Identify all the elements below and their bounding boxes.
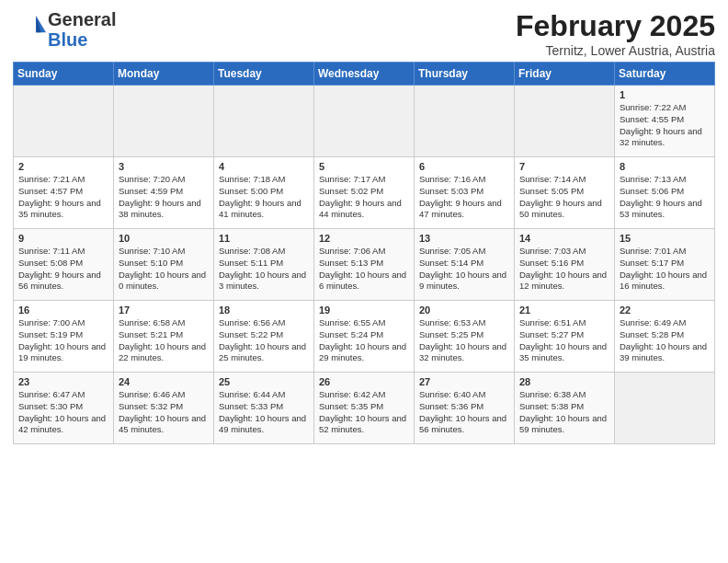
- calendar-week-row: 1Sunrise: 7:22 AM Sunset: 4:55 PM Daylig…: [14, 86, 715, 157]
- day-info: Sunrise: 6:47 AM Sunset: 5:30 PM Dayligh…: [18, 389, 108, 436]
- day-info: Sunrise: 6:56 AM Sunset: 5:22 PM Dayligh…: [219, 317, 309, 364]
- day-number: 21: [519, 304, 609, 316]
- day-info: Sunrise: 7:14 AM Sunset: 5:05 PM Dayligh…: [519, 174, 609, 221]
- day-info: Sunrise: 6:42 AM Sunset: 5:35 PM Dayligh…: [319, 389, 409, 436]
- day-info: Sunrise: 7:10 AM Sunset: 5:10 PM Dayligh…: [119, 246, 209, 293]
- calendar-cell: 25Sunrise: 6:44 AM Sunset: 5:33 PM Dayli…: [214, 373, 314, 444]
- day-number: 14: [519, 233, 609, 244]
- day-info: Sunrise: 6:51 AM Sunset: 5:27 PM Dayligh…: [519, 317, 609, 364]
- day-number: 28: [519, 376, 609, 387]
- calendar-table: SundayMondayTuesdayWednesdayThursdayFrid…: [13, 62, 715, 444]
- calendar-cell: 9Sunrise: 7:11 AM Sunset: 5:08 PM Daylig…: [14, 229, 114, 301]
- day-info: Sunrise: 7:03 AM Sunset: 5:16 PM Dayligh…: [519, 246, 609, 293]
- day-info: Sunrise: 6:46 AM Sunset: 5:32 PM Dayligh…: [119, 389, 209, 436]
- calendar-cell: 23Sunrise: 6:47 AM Sunset: 5:30 PM Dayli…: [14, 373, 114, 444]
- weekday-header: Saturday: [615, 63, 715, 86]
- day-number: 3: [119, 161, 209, 172]
- calendar-cell: 15Sunrise: 7:01 AM Sunset: 5:17 PM Dayli…: [615, 229, 715, 301]
- logo-blue: Blue: [48, 29, 116, 50]
- day-number: 26: [319, 376, 409, 387]
- day-number: 8: [620, 161, 710, 172]
- calendar-cell: 8Sunrise: 7:13 AM Sunset: 5:06 PM Daylig…: [615, 157, 715, 229]
- calendar-cell: 5Sunrise: 7:17 AM Sunset: 5:02 PM Daylig…: [314, 157, 415, 229]
- day-number: 23: [18, 376, 108, 387]
- calendar-week-row: 2Sunrise: 7:21 AM Sunset: 4:57 PM Daylig…: [14, 157, 715, 229]
- day-number: 10: [119, 233, 209, 244]
- calendar-cell: 24Sunrise: 6:46 AM Sunset: 5:32 PM Dayli…: [114, 373, 214, 444]
- calendar-week-row: 9Sunrise: 7:11 AM Sunset: 5:08 PM Daylig…: [14, 229, 715, 301]
- day-number: 16: [18, 304, 108, 316]
- calendar-cell: 12Sunrise: 7:06 AM Sunset: 5:13 PM Dayli…: [314, 229, 415, 301]
- day-info: Sunrise: 7:22 AM Sunset: 4:55 PM Dayligh…: [620, 102, 710, 149]
- calendar-header: SundayMondayTuesdayWednesdayThursdayFrid…: [14, 63, 715, 86]
- calendar-cell: 6Sunrise: 7:16 AM Sunset: 5:03 PM Daylig…: [415, 157, 515, 229]
- day-info: Sunrise: 6:53 AM Sunset: 5:25 PM Dayligh…: [419, 317, 509, 364]
- month-title: February 2025: [516, 9, 715, 43]
- calendar-cell: 21Sunrise: 6:51 AM Sunset: 5:27 PM Dayli…: [515, 301, 615, 373]
- day-number: 7: [519, 161, 609, 172]
- calendar-cell: [615, 373, 715, 444]
- day-info: Sunrise: 7:00 AM Sunset: 5:19 PM Dayligh…: [18, 317, 108, 364]
- day-info: Sunrise: 7:18 AM Sunset: 5:00 PM Dayligh…: [219, 174, 309, 221]
- day-info: Sunrise: 7:13 AM Sunset: 5:06 PM Dayligh…: [620, 174, 710, 221]
- day-number: 12: [319, 233, 409, 244]
- calendar-cell: 13Sunrise: 7:05 AM Sunset: 5:14 PM Dayli…: [415, 229, 515, 301]
- weekday-row: SundayMondayTuesdayWednesdayThursdayFrid…: [14, 63, 715, 86]
- day-number: 17: [119, 304, 209, 316]
- day-number: 4: [219, 161, 309, 172]
- calendar-cell: 28Sunrise: 6:38 AM Sunset: 5:38 PM Dayli…: [515, 373, 615, 444]
- day-info: Sunrise: 6:58 AM Sunset: 5:21 PM Dayligh…: [119, 317, 209, 364]
- day-info: Sunrise: 6:38 AM Sunset: 5:38 PM Dayligh…: [519, 389, 609, 436]
- day-info: Sunrise: 7:06 AM Sunset: 5:13 PM Dayligh…: [319, 246, 409, 293]
- day-number: 15: [620, 233, 710, 244]
- calendar-cell: 2Sunrise: 7:21 AM Sunset: 4:57 PM Daylig…: [14, 157, 114, 229]
- day-number: 19: [319, 304, 409, 316]
- calendar-cell: 18Sunrise: 6:56 AM Sunset: 5:22 PM Dayli…: [214, 301, 314, 373]
- calendar-cell: [515, 86, 615, 157]
- calendar-cell: 4Sunrise: 7:18 AM Sunset: 5:00 PM Daylig…: [214, 157, 314, 229]
- day-info: Sunrise: 7:20 AM Sunset: 4:59 PM Dayligh…: [119, 174, 209, 221]
- day-number: 25: [219, 376, 309, 387]
- day-info: Sunrise: 7:17 AM Sunset: 5:02 PM Dayligh…: [319, 174, 409, 221]
- weekday-header: Sunday: [14, 63, 114, 86]
- calendar-cell: 11Sunrise: 7:08 AM Sunset: 5:11 PM Dayli…: [214, 229, 314, 301]
- calendar-container: General Blue February 2025 Ternitz, Lowe…: [0, 0, 728, 452]
- calendar-cell: [415, 86, 515, 157]
- location-title: Ternitz, Lower Austria, Austria: [516, 43, 715, 58]
- calendar-body: 1Sunrise: 7:22 AM Sunset: 4:55 PM Daylig…: [14, 86, 715, 444]
- day-info: Sunrise: 7:16 AM Sunset: 5:03 PM Dayligh…: [419, 174, 509, 221]
- calendar-cell: 10Sunrise: 7:10 AM Sunset: 5:10 PM Dayli…: [114, 229, 214, 301]
- day-number: 13: [419, 233, 509, 244]
- day-number: 1: [620, 89, 710, 100]
- calendar-cell: 7Sunrise: 7:14 AM Sunset: 5:05 PM Daylig…: [515, 157, 615, 229]
- logo-icon: [13, 9, 46, 42]
- day-number: 24: [119, 376, 209, 387]
- day-info: Sunrise: 7:11 AM Sunset: 5:08 PM Dayligh…: [18, 246, 108, 293]
- calendar-cell: 19Sunrise: 6:55 AM Sunset: 5:24 PM Dayli…: [314, 301, 415, 373]
- header: General Blue February 2025 Ternitz, Lowe…: [13, 9, 715, 58]
- weekday-header: Tuesday: [214, 63, 314, 86]
- logo-general: General: [48, 9, 116, 29]
- day-info: Sunrise: 6:49 AM Sunset: 5:28 PM Dayligh…: [620, 317, 710, 364]
- calendar-cell: 20Sunrise: 6:53 AM Sunset: 5:25 PM Dayli…: [415, 301, 515, 373]
- day-info: Sunrise: 6:55 AM Sunset: 5:24 PM Dayligh…: [319, 317, 409, 364]
- weekday-header: Friday: [515, 63, 615, 86]
- title-area: February 2025 Ternitz, Lower Austria, Au…: [516, 9, 715, 58]
- day-number: 18: [219, 304, 309, 316]
- day-info: Sunrise: 6:40 AM Sunset: 5:36 PM Dayligh…: [419, 389, 509, 436]
- day-number: 2: [18, 161, 108, 172]
- day-info: Sunrise: 7:01 AM Sunset: 5:17 PM Dayligh…: [620, 246, 710, 293]
- calendar-cell: [114, 86, 214, 157]
- logo-text: General Blue: [48, 9, 116, 50]
- calendar-cell: [314, 86, 415, 157]
- calendar-cell: 16Sunrise: 7:00 AM Sunset: 5:19 PM Dayli…: [14, 301, 114, 373]
- day-info: Sunrise: 6:44 AM Sunset: 5:33 PM Dayligh…: [219, 389, 309, 436]
- calendar-cell: 14Sunrise: 7:03 AM Sunset: 5:16 PM Dayli…: [515, 229, 615, 301]
- day-number: 22: [620, 304, 710, 316]
- day-number: 5: [319, 161, 409, 172]
- day-number: 6: [419, 161, 509, 172]
- day-number: 20: [419, 304, 509, 316]
- day-info: Sunrise: 7:08 AM Sunset: 5:11 PM Dayligh…: [219, 246, 309, 293]
- weekday-header: Monday: [114, 63, 214, 86]
- weekday-header: Thursday: [415, 63, 515, 86]
